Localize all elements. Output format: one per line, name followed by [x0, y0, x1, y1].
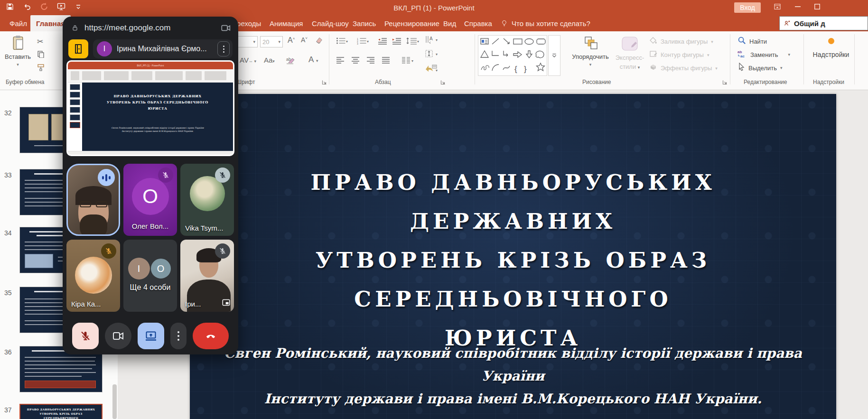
camera-icon: [112, 331, 124, 341]
slide-thumbnail-37-selected[interactable]: ПРАВО ДАВНЬОРУСЬКИХ ДЕРЖАВНИХ УТВОРЕНЬ К…: [19, 404, 103, 419]
lock-icon: [71, 24, 79, 32]
more-options-button[interactable]: [170, 323, 187, 349]
tile-iryna[interactable]: Іри...: [180, 240, 234, 312]
svg-text:{: {: [514, 65, 517, 74]
slide-number: 35: [4, 289, 12, 297]
increase-indent-icon[interactable]: [392, 37, 401, 47]
text-highlight-icon[interactable]: ab: [286, 56, 295, 66]
divider: [803, 34, 804, 84]
columns-icon[interactable]: ▾: [401, 57, 415, 65]
mic-off-icon: [215, 168, 230, 183]
paste-button[interactable]: Вставить ▾: [5, 35, 31, 67]
font-size-input[interactable]: 20▾: [260, 36, 283, 47]
svg-text:▾: ▾: [367, 39, 369, 44]
camera-toggle-button[interactable]: [105, 323, 131, 349]
select-button[interactable]: Выделить ▾: [737, 63, 783, 73]
align-text-icon[interactable]: ▾: [425, 49, 439, 60]
arrange-button[interactable]: Упорядочить ▾: [568, 36, 613, 67]
search-icon: [737, 36, 746, 47]
decrease-indent-icon[interactable]: [378, 37, 387, 47]
cut-icon[interactable]: ✂: [37, 37, 43, 46]
addins-button[interactable]: Надстройки: [809, 38, 853, 58]
shape-effects-button[interactable]: Эффекты фигуры▾: [649, 64, 718, 73]
chevron-down-icon: ▾: [589, 62, 592, 67]
slide-canvas[interactable]: ПРАВО ДАВНЬОРУСЬКИХ ДЕРЖАВНИХ УТВОРЕНЬ К…: [190, 94, 836, 419]
tile-vika[interactable]: Vika Tsym...: [180, 164, 234, 236]
quick-styles-button[interactable]: Экспресс- стили ▾: [613, 36, 646, 70]
tab-review[interactable]: Рецензирование: [379, 15, 445, 31]
grow-font-icon[interactable]: А˄: [288, 36, 295, 45]
replace-icon: abac: [737, 49, 747, 60]
minimize-button[interactable]: [794, 3, 802, 12]
line-spacing-icon[interactable]: ▾: [406, 37, 420, 47]
more-options-icon[interactable]: [217, 41, 230, 56]
shapes-gallery[interactable]: { }: [478, 35, 547, 76]
share-button[interactable]: Общий д: [779, 16, 868, 30]
door-icon[interactable]: [68, 39, 88, 58]
convert-smartart-icon[interactable]: ▾: [425, 64, 439, 74]
maximize-button[interactable]: [814, 3, 821, 12]
tab-file[interactable]: Файл: [4, 15, 33, 31]
camera-tab-icon[interactable]: [221, 24, 231, 34]
clear-formatting-icon[interactable]: [315, 36, 324, 46]
copy-icon[interactable]: [37, 50, 45, 60]
svg-text:}: }: [524, 65, 527, 74]
change-case-icon[interactable]: Aa▾: [264, 56, 275, 64]
font-dialog-launcher-icon[interactable]: [322, 80, 327, 85]
divider: [730, 34, 730, 84]
present-screen-button[interactable]: [138, 323, 164, 349]
presenter-pill[interactable]: І Ірина Михайлівна Єрмо...: [93, 39, 233, 58]
character-spacing-icon[interactable]: AV⇔ ▾: [240, 56, 256, 64]
present-screen-icon: [145, 330, 157, 342]
ribbon-display-options-icon[interactable]: [773, 3, 782, 12]
tile-active-speaker[interactable]: [66, 164, 120, 236]
tile-kira[interactable]: Кіра Ка...: [66, 240, 120, 312]
svg-text:3: 3: [357, 42, 358, 45]
bullets-icon[interactable]: ▾: [336, 37, 348, 47]
google-meet-window[interactable]: https://meet.google.com І Ірина Михайлів…: [63, 17, 238, 354]
meet-url-bar: https://meet.google.com: [71, 23, 170, 33]
text-direction-icon[interactable]: A▾: [425, 35, 439, 46]
align-left-icon[interactable]: [336, 57, 345, 65]
tile-name: Іри...: [185, 300, 201, 308]
chevron-down-icon: ▾: [17, 62, 19, 67]
format-painter-icon[interactable]: [37, 64, 45, 73]
find-button[interactable]: Найти: [737, 36, 767, 47]
mini-slide: ПРАВО ДАВНЬОРУСЬКИХ ДЕРЖАВНИХ УТВОРЕНЬ К…: [82, 83, 233, 151]
shrink-font-icon[interactable]: А˅: [301, 36, 308, 44]
replace-button[interactable]: abac Заменить ▾: [737, 49, 790, 60]
tile-name: Кіра Ка...: [71, 300, 101, 308]
avatar: І: [128, 258, 150, 279]
tile-oleg[interactable]: О Олег Вол...: [123, 164, 177, 236]
group-label-drawing: Рисование: [582, 79, 611, 85]
align-center-icon[interactable]: [351, 57, 360, 65]
mic-toggle-button[interactable]: [72, 323, 99, 349]
tab-record[interactable]: Запись: [347, 15, 382, 31]
tell-me-search[interactable]: Что вы хотите сделать?: [501, 15, 590, 31]
svg-text:ac: ac: [740, 54, 745, 58]
shapes-gallery-more-button[interactable]: [548, 35, 560, 76]
pip-expand-icon[interactable]: [222, 299, 230, 308]
slide-number: 34: [4, 229, 12, 237]
shared-screen-preview[interactable]: ВКЛ_РП (1) - PowerPoint ПРАВО ДАВНЬОРУСЬ…: [66, 60, 234, 156]
signin-button[interactable]: Вход: [734, 2, 761, 13]
tab-help[interactable]: Справка: [458, 15, 498, 31]
divider: [854, 34, 855, 84]
mic-off-icon: [80, 330, 91, 342]
align-right-icon[interactable]: [366, 57, 375, 65]
tab-animations[interactable]: Анимация: [264, 15, 308, 31]
font-color-icon[interactable]: А ▾: [308, 55, 318, 65]
shape-outline-button[interactable]: Контур фигуры▾: [649, 50, 709, 59]
mini-ribbon: [68, 69, 233, 83]
numbering-icon[interactable]: 123▾: [357, 37, 369, 47]
mic-off-icon: [215, 243, 230, 259]
shape-fill-button[interactable]: Заливка фигуры▾: [649, 37, 713, 46]
justify-icon[interactable]: [382, 57, 390, 65]
drawing-dialog-launcher-icon[interactable]: [722, 80, 728, 85]
group-label-font: Шрифт: [236, 79, 255, 85]
paragraph-dialog-launcher-icon[interactable]: [440, 80, 446, 85]
tile-more-people[interactable]: І О Ще 4 особи: [123, 240, 177, 312]
tile-name: Олег Вол...: [132, 222, 169, 230]
thumbnail-scrollbar[interactable]: [112, 384, 117, 419]
end-call-button[interactable]: [193, 323, 229, 349]
